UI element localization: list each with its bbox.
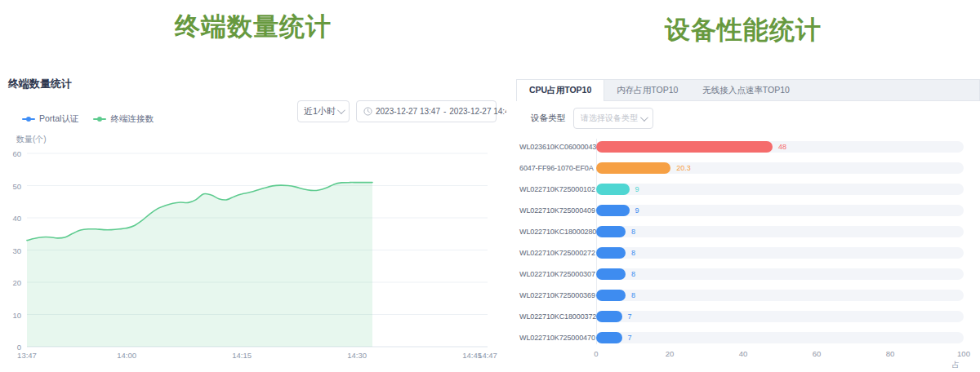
- device-label: WL022710K725000369: [519, 290, 590, 301]
- terminal-count-chart: 010203040506013:4714:0014:1514:3014:4514…: [27, 149, 488, 347]
- bar: [596, 247, 626, 259]
- y-axis-name: 数量(个): [16, 134, 47, 145]
- device-label: WL022710K725000272: [519, 247, 590, 259]
- x-tick-label: 100: [957, 349, 970, 358]
- date-range-picker[interactable]: 2023-12-27 13:47 - 2023-12-27 14:47: [356, 100, 497, 122]
- y-tick-label: 30: [12, 246, 21, 255]
- bar-track: [596, 332, 964, 343]
- device-label: WL022710KC18000280: [519, 226, 590, 237]
- bar: [596, 205, 630, 216]
- chevron-down-icon: [337, 106, 345, 114]
- device-label: WL022710KC18000372: [519, 311, 590, 322]
- bar-value-label: 9: [635, 205, 639, 216]
- device-label: WL023610KC06000043: [519, 141, 590, 153]
- x-tick-label: 14:30: [347, 351, 367, 360]
- bar-track: [596, 268, 964, 280]
- bar: [596, 311, 622, 322]
- x-tick-label: 14:47: [478, 351, 497, 360]
- y-tick-label: 50: [12, 181, 21, 190]
- device-label: WL022710K725000409: [519, 205, 590, 216]
- legend-marker-icon: [22, 118, 35, 120]
- legend-label: 终端连接数: [110, 113, 154, 125]
- bar-track: [596, 205, 964, 216]
- bar-value-label: 8: [631, 247, 635, 259]
- device-label: WL022710K725000470: [519, 332, 590, 343]
- bar-value-label: 20.3: [676, 162, 691, 174]
- bar-value-label: 9: [635, 184, 639, 195]
- legend-marker-icon: [93, 118, 106, 120]
- bar: [596, 162, 670, 174]
- series-area: [27, 183, 372, 347]
- chart-legend: Portal认证终端连接数: [22, 113, 154, 125]
- legend-label: Portal认证: [39, 113, 78, 125]
- bar-value-label: 8: [631, 290, 635, 301]
- cpu-top10-chart: WL023610KC06000043486047-FF96-1070-EF0A2…: [506, 0, 980, 372]
- time-range-value: 近1小时: [304, 105, 336, 117]
- bar: [596, 332, 622, 343]
- x-tick-label: 13:47: [17, 351, 37, 360]
- x-tick-label: 60: [813, 349, 822, 358]
- bar-track: [596, 184, 964, 195]
- terminal-count-panel: 终端数量统计 终端数量统计 近1小时 2023-12-27 13:47 - 20…: [0, 0, 506, 372]
- x-tick-label: 14:15: [232, 351, 252, 360]
- device-label: WL022710K725000307: [519, 268, 590, 280]
- legend-item[interactable]: 终端连接数: [93, 113, 154, 125]
- time-range-select[interactable]: 近1小时: [297, 100, 350, 122]
- x-tick-label: 80: [886, 349, 895, 358]
- bar-track: [596, 247, 964, 259]
- device-performance-panel: 设备性能统计 CPU占用TOP10 内存占用TOP10 无线接入点速率TOP10…: [506, 0, 980, 372]
- bar-value-label: 7: [628, 311, 632, 322]
- bar-track: [596, 311, 964, 322]
- x-tick-label: 40: [739, 349, 748, 358]
- y-tick-label: 10: [12, 310, 21, 319]
- y-tick-label: 0: [17, 343, 21, 352]
- bar-value-label: 48: [778, 141, 786, 153]
- device-label: WL022710K725000102: [519, 184, 590, 195]
- bar-value-label: 7: [628, 332, 632, 343]
- bar: [596, 290, 626, 301]
- bar: [596, 184, 630, 195]
- date-range-separator: -: [443, 107, 446, 116]
- left-panel-title: 终端数量统计: [8, 77, 72, 91]
- x-tick-label: 14:00: [117, 351, 136, 360]
- bar-value-label: 8: [631, 268, 635, 280]
- bar: [596, 268, 626, 280]
- left-heading: 终端数量统计: [0, 10, 506, 44]
- time-controls: 近1小时 2023-12-27 13:47 - 2023-12-27 14:47: [297, 100, 497, 122]
- x-tick-label: 20: [666, 349, 675, 358]
- device-label: 6047-FF96-1070-EF0A: [519, 162, 590, 174]
- bar-track: [596, 290, 964, 301]
- date-range-start: 2023-12-27 13:47: [376, 107, 440, 116]
- y-tick-label: 40: [12, 214, 21, 223]
- x-axis-name: 占用率(%): [952, 360, 966, 372]
- dashboard: 终端数量统计 终端数量统计 近1小时 2023-12-27 13:47 - 20…: [0, 0, 980, 372]
- y-tick-label: 60: [12, 149, 21, 158]
- bar: [596, 226, 626, 237]
- y-tick-label: 20: [12, 278, 21, 287]
- bar-track: [596, 226, 964, 237]
- x-tick-label: 0: [594, 349, 598, 358]
- clock-icon: [363, 107, 372, 116]
- date-range-end: 2023-12-27 14:47: [449, 107, 514, 116]
- bar: [596, 141, 773, 153]
- bar-value-label: 8: [631, 226, 635, 237]
- legend-item[interactable]: Portal认证: [22, 113, 78, 125]
